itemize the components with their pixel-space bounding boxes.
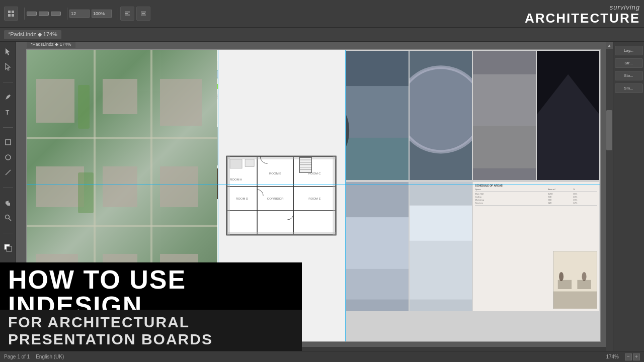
lower-thumb-1 bbox=[346, 51, 409, 180]
zoom-controls: − + bbox=[625, 353, 640, 360]
zoom-out-btn[interactable]: − bbox=[625, 353, 632, 360]
svg-rect-5 bbox=[125, 13, 128, 14]
svg-point-110 bbox=[410, 67, 472, 152]
svg-line-17 bbox=[9, 219, 11, 221]
toolbar-sep-2 bbox=[67, 8, 67, 20]
lower-thumb-4 bbox=[537, 51, 599, 180]
svg-text:ROOM E: ROOM E bbox=[308, 197, 320, 200]
separator-4 bbox=[2, 227, 14, 239]
aerial-map-page bbox=[27, 50, 217, 341]
stroke-label: Str... bbox=[616, 61, 641, 65]
zoom-tool[interactable] bbox=[2, 212, 14, 224]
svg-point-130 bbox=[582, 272, 587, 281]
main-canvas: *PadsLindz ◆ 174% THE DISMANTLED AIRCRAF… bbox=[16, 42, 606, 347]
toolbar-rect-1 bbox=[27, 12, 37, 16]
font-size-input[interactable] bbox=[69, 10, 90, 18]
fill-color[interactable] bbox=[2, 242, 14, 254]
right-panels-sidebar: Lay... Str... Sto... Sm... bbox=[613, 42, 644, 362]
vertical-scrollbar[interactable]: ▲ ▼ bbox=[606, 42, 613, 362]
scroll-thumb[interactable] bbox=[606, 110, 612, 150]
align-center-btn[interactable] bbox=[136, 7, 150, 21]
svg-rect-113 bbox=[473, 74, 535, 126]
direct-select-tool[interactable] bbox=[2, 61, 14, 73]
thumbnails-data-page: SCHEDULE OF AREAS Space Area m² % Main H… bbox=[345, 50, 600, 341]
scroll-track[interactable] bbox=[606, 49, 613, 355]
toolbar-sep-3 bbox=[118, 8, 118, 20]
svg-rect-19 bbox=[7, 246, 12, 251]
lower-thumb-3 bbox=[473, 51, 535, 180]
svg-rect-8 bbox=[142, 13, 145, 14]
lower-thumb-6 bbox=[410, 182, 472, 311]
guide-horizontal-1 bbox=[27, 184, 600, 185]
svg-rect-88 bbox=[333, 156, 336, 235]
svg-rect-85 bbox=[227, 156, 336, 159]
status-page: Page 1 of 1 bbox=[4, 354, 30, 359]
svg-text:ROOM A: ROOM A bbox=[230, 178, 242, 181]
svg-text:ROOM C: ROOM C bbox=[308, 172, 321, 175]
svg-text:CORRIDOR: CORRIDOR bbox=[267, 197, 284, 200]
svg-rect-9 bbox=[141, 15, 146, 16]
status-bar: Page 1 of 1 English (UK) 174% − + bbox=[0, 351, 644, 362]
svg-point-14 bbox=[6, 155, 11, 160]
page-indicator: *PadsLindz ◆ 174% bbox=[27, 42, 75, 48]
svg-rect-124 bbox=[553, 292, 597, 309]
smart-label: Sm... bbox=[616, 86, 641, 90]
brand-line1: surviving bbox=[525, 4, 640, 11]
svg-rect-1 bbox=[12, 11, 14, 13]
rectangle-tool[interactable] bbox=[2, 136, 14, 148]
pen-tool[interactable] bbox=[2, 91, 14, 103]
document-tabs: *PadsLindz ◆ 174% bbox=[0, 28, 644, 42]
story-editor-btn[interactable]: Sto... bbox=[615, 71, 643, 80]
svg-rect-87 bbox=[227, 156, 230, 235]
svg-rect-0 bbox=[8, 11, 11, 13]
svg-point-129 bbox=[559, 272, 564, 281]
svg-point-16 bbox=[5, 215, 9, 219]
status-lang: English (UK) bbox=[36, 354, 64, 359]
svg-rect-6 bbox=[125, 15, 130, 16]
stroke-panel-btn[interactable]: Str... bbox=[615, 58, 643, 68]
svg-line-15 bbox=[6, 170, 11, 175]
lower-thumb-2 bbox=[410, 51, 472, 180]
document-tab[interactable]: *PadsLindz ◆ 174% bbox=[4, 30, 61, 39]
svg-rect-89 bbox=[299, 157, 311, 172]
align-left-btn[interactable] bbox=[120, 7, 134, 21]
ellipse-tool[interactable] bbox=[2, 151, 14, 163]
smart-guides-btn[interactable]: Sm... bbox=[615, 83, 643, 93]
select-tool[interactable] bbox=[2, 46, 14, 58]
separator-3 bbox=[2, 182, 14, 194]
toolbar-group-2 bbox=[27, 12, 61, 16]
separator-2 bbox=[2, 121, 14, 133]
toolbar-rect-2 bbox=[39, 12, 49, 16]
svg-rect-4 bbox=[125, 12, 130, 13]
data-sheet: SCHEDULE OF AREAS Space Area m² % Main H… bbox=[473, 182, 599, 311]
line-tool[interactable] bbox=[2, 166, 14, 178]
svg-rect-127 bbox=[558, 280, 572, 289]
svg-rect-105 bbox=[346, 86, 409, 138]
svg-rect-119 bbox=[346, 217, 409, 269]
toolbar-btn-1[interactable] bbox=[4, 7, 18, 21]
indesign-document: *PadsLindz ◆ 174% THE DISMANTLED AIRCRAF… bbox=[26, 49, 601, 342]
svg-marker-11 bbox=[6, 63, 10, 70]
story-label: Sto... bbox=[616, 73, 641, 78]
svg-rect-3 bbox=[12, 14, 14, 17]
tools-sidebar: T bbox=[0, 42, 16, 362]
hand-tool[interactable] bbox=[2, 197, 14, 209]
layers-label: Lay... bbox=[616, 48, 641, 53]
zoom-input[interactable] bbox=[92, 10, 112, 18]
svg-rect-7 bbox=[141, 12, 146, 13]
separator-1 bbox=[2, 76, 14, 88]
layers-panel-btn[interactable]: Lay... bbox=[615, 46, 643, 55]
toolbar-group-1 bbox=[4, 7, 18, 21]
svg-rect-112 bbox=[473, 121, 535, 168]
svg-rect-13 bbox=[6, 140, 11, 145]
zoom-in-btn[interactable]: + bbox=[633, 353, 640, 360]
toolbar-rect-3 bbox=[51, 12, 61, 16]
svg-rect-104 bbox=[346, 133, 409, 180]
svg-text:ROOM B: ROOM B bbox=[269, 172, 281, 175]
svg-rect-128 bbox=[578, 280, 591, 289]
scroll-up-btn[interactable]: ▲ bbox=[606, 42, 613, 49]
type-tool[interactable]: T bbox=[2, 106, 14, 118]
toolbar-group-3 bbox=[69, 10, 112, 18]
svg-rect-86 bbox=[227, 232, 336, 235]
svg-rect-95 bbox=[230, 159, 242, 168]
